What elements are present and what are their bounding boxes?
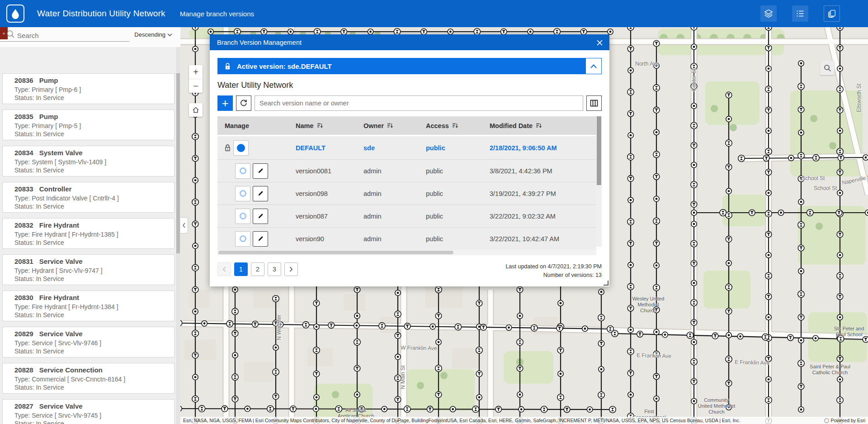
sort-icon (317, 123, 323, 129)
radio-icon (240, 235, 246, 242)
chevron-left-icon (222, 267, 226, 272)
version-search-input[interactable] (255, 95, 583, 111)
page-subtitle: Manage branch versions (180, 10, 254, 18)
sort-order-dropdown[interactable]: Descending (134, 31, 172, 38)
map-zoom-control: + − (189, 65, 203, 93)
street-label: Ellsworth St (856, 84, 862, 112)
edit-version-button[interactable] (253, 186, 268, 201)
chevron-down-icon (167, 33, 172, 37)
select-version-button[interactable] (235, 231, 250, 247)
sidebar-scrollbar[interactable] (176, 47, 180, 424)
close-button[interactable] (593, 36, 606, 49)
column-header: Manage (217, 122, 296, 129)
place-label: Community United Methodist Church (698, 397, 736, 415)
versions-table: Manage Name Owner Access Modified Date D… (217, 116, 602, 255)
home-button[interactable] (189, 103, 203, 117)
scrollbar-thumb[interactable] (597, 116, 601, 185)
app-header: Water Distribution Utility Network Manag… (0, 0, 868, 27)
legend-button[interactable] (792, 5, 808, 22)
search-input[interactable] (16, 29, 122, 42)
table-row[interactable]: version098 admin public 3/19/2021, 4:39:… (217, 182, 596, 205)
street-label: North Ave (635, 61, 659, 67)
select-version-button[interactable] (235, 186, 250, 201)
layers-button[interactable] (760, 5, 777, 22)
radio-icon (240, 190, 246, 197)
version-owner: admin (363, 213, 426, 220)
version-name: version90 (296, 235, 363, 243)
table-row[interactable]: version0081 admin public 3/8/2021, 4:42:… (217, 159, 596, 182)
search-icon (6, 30, 15, 38)
list-item[interactable]: 20828Service ConnectionType: Commercial … (2, 363, 175, 394)
select-version-button[interactable] (233, 140, 249, 156)
select-version-button[interactable] (235, 209, 250, 224)
version-toolbar: + (217, 95, 602, 111)
version-access: public (426, 167, 490, 175)
page-button-3[interactable]: 3 (268, 262, 281, 276)
refresh-button[interactable] (236, 95, 251, 111)
page-button-1[interactable]: 1 (234, 262, 248, 276)
search-underline (0, 41, 129, 42)
zoom-in-button[interactable]: + (189, 65, 203, 79)
network-title: Water Utility Network (217, 81, 602, 90)
pencil-icon (257, 235, 264, 242)
version-modified: 3/22/2021, 10:42:47 AM (490, 235, 596, 243)
column-header-sortable[interactable]: Owner (363, 122, 426, 129)
column-header-sortable[interactable]: Modified Date (490, 122, 596, 129)
sidebar-collapse-button[interactable] (180, 217, 188, 233)
dialog-title: Branch Version Management (217, 39, 302, 46)
scrollbar-thumb[interactable] (218, 251, 453, 254)
version-name: version087 (296, 213, 363, 220)
list-item[interactable]: 20829Service ValveType: Service [ Srvc-V… (2, 327, 175, 357)
place-label: Sts Peter and Paul School (831, 326, 867, 338)
scrollbar-thumb[interactable] (176, 73, 180, 253)
table-row-default[interactable]: DEFAULT sde public 2/18/2021, 9:06:50 AM (217, 136, 596, 159)
next-page-button[interactable] (284, 262, 298, 276)
table-vertical-scrollbar[interactable] (596, 116, 602, 247)
table-row[interactable]: version087 admin public 3/22/2021, 9:02:… (217, 205, 596, 227)
dialog-titlebar[interactable]: Branch Version Management (210, 34, 609, 50)
list-item[interactable]: 20834System ValveType: System [ Systm-Vl… (2, 146, 175, 176)
water-drop-icon (10, 8, 20, 19)
select-version-button[interactable] (235, 163, 250, 179)
list-item[interactable]: 20835PumpType: Primary [ Pmp-5 ]Status: … (2, 110, 175, 140)
column-header-sortable[interactable]: Name (296, 122, 363, 129)
version-name[interactable]: DEFAULT (296, 144, 363, 152)
page-button-2[interactable]: 2 (251, 262, 264, 276)
place-label: Saint Peter & Paul Catholic Church (809, 364, 851, 376)
version-access: public (426, 235, 490, 243)
zoom-out-button[interactable]: − (189, 79, 203, 93)
search-icon (824, 64, 831, 72)
list-item[interactable]: 20830Fire HydrantType: Fire Hydrant [ Fr… (2, 291, 175, 321)
list-item[interactable]: 20827Service ValveType: Service [ Srvc-V… (2, 399, 175, 424)
version-owner: admin (363, 235, 426, 243)
legend-list-icon (795, 9, 805, 19)
add-version-button[interactable]: + (217, 95, 233, 111)
table-row[interactable]: version90 admin public 3/22/2021, 10:42:… (217, 227, 596, 250)
version-summary: Last updated on 4/7/2021, 2:19:30 PM Num… (505, 262, 602, 280)
radio-icon (240, 213, 246, 219)
column-settings-button[interactable] (586, 95, 602, 111)
layers-icon (764, 9, 774, 19)
table-horizontal-scrollbar[interactable] (217, 250, 596, 255)
list-item[interactable]: 20831Service ValveType: Hydrant [ Srvc-V… (2, 254, 175, 285)
edit-version-button[interactable] (253, 231, 268, 247)
edit-version-button[interactable] (253, 209, 268, 224)
prev-page-button[interactable] (217, 262, 231, 276)
version-modified: 3/19/2021, 4:39:27 PM (490, 190, 596, 197)
column-header-sortable[interactable]: Access (426, 122, 490, 129)
list-item[interactable]: 20833ControllerType: Post Indicator Valv… (2, 182, 175, 213)
place-label: Wesley United Methodist Church (629, 296, 667, 314)
list-item[interactable]: 20836PumpType: Primary [ Pmp-6 ]Status: … (2, 73, 175, 104)
map-attribution: Esri, NASA, NGA, USGS, FEMA | Esri Commu… (180, 417, 868, 424)
version-access: public (426, 213, 490, 220)
map-search-button[interactable] (820, 61, 835, 75)
list-item[interactable]: 20832Fire HydrantType: Fire Hydrant [ Fr… (2, 218, 175, 249)
radio-icon (240, 167, 246, 174)
dialog-resize-handle[interactable] (604, 281, 609, 286)
page-title: Water Distribution Utility Network (37, 9, 165, 19)
attribution-info-icon[interactable] (824, 418, 829, 423)
collapse-banner-button[interactable] (585, 58, 602, 74)
basemap-button[interactable] (824, 5, 840, 22)
edit-version-button[interactable] (253, 163, 268, 179)
street-label: N Main St (400, 365, 406, 389)
